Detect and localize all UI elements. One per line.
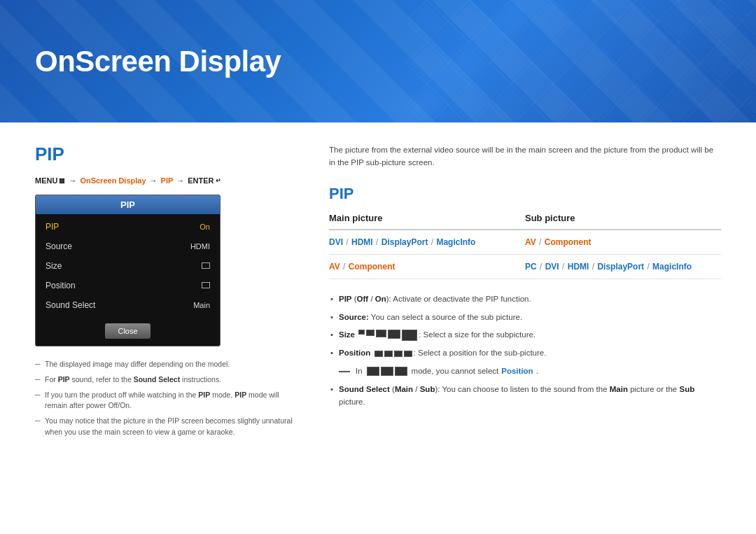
size-item-label: Size [46, 261, 62, 271]
arrow-1: → [69, 176, 76, 185]
menu-label: MENU [35, 176, 57, 185]
enter-icon: ↵ [216, 177, 221, 184]
position-note: In mode, you cannot select Position. [329, 365, 721, 378]
pos-icon-4 [404, 351, 412, 357]
bullet-list: PIP (Off / On): Activate or deactivate t… [329, 293, 721, 360]
pip-label-path: PIP [161, 176, 174, 185]
pip-menu-item-position[interactable]: Position [36, 276, 220, 295]
col-sub-header: Sub picture [525, 213, 721, 230]
pos-icon-2 [384, 351, 393, 357]
enter-label: ENTER [188, 176, 214, 185]
pos-icons [374, 351, 412, 357]
bullet-sound: Sound Select (Main / Sub): You can choos… [329, 384, 721, 409]
arrow-2: → [150, 176, 158, 185]
bullet-source: Source: You can select a source of the s… [329, 311, 721, 324]
mode-icon-3 [395, 367, 407, 376]
mode-icon-2 [381, 367, 393, 376]
menu-icon: ▦ [59, 177, 65, 184]
sub-dvi: DVI [545, 262, 559, 272]
sub-row-1: AV / Component [525, 230, 721, 255]
size-icon-2 [366, 330, 374, 336]
sub-hdmi: HDMI [568, 262, 589, 272]
main-displayport: DisplayPort [382, 237, 428, 247]
sub-pc: PC [525, 262, 537, 272]
note-1: The displayed image may differ depending… [35, 359, 301, 370]
source-item-label: Source [46, 241, 72, 251]
pip-menu-items: PIP On Source HDMI Size Position [36, 214, 220, 318]
pos-icon [202, 282, 210, 288]
mode-icons [367, 367, 407, 376]
main-row-1: DVI / HDMI / DisplayPort / MagicInfo [329, 230, 525, 255]
source-item-value: HDMI [190, 242, 210, 251]
table-row-1: DVI / HDMI / DisplayPort / MagicInfo AV … [329, 230, 721, 255]
pos-icon-3 [394, 351, 402, 357]
position-text: Position [501, 365, 533, 378]
size-icon-5 [402, 330, 417, 341]
pip-menu-item-sound[interactable]: Sound Select Main [36, 295, 220, 315]
table-row-2: AV / Component PC / DVI / HDMI / Display… [329, 254, 721, 279]
pip-menu-item-size[interactable]: Size [36, 256, 220, 276]
header-banner: OnScreen Display [0, 0, 756, 122]
pip-heading-right: PIP [329, 185, 721, 203]
size-icon-1 [358, 330, 365, 335]
onscreen-label: OnScreen Display [80, 176, 146, 185]
position-item-label: Position [46, 281, 76, 290]
main-component: Component [349, 262, 396, 272]
main-av: AV [329, 262, 340, 272]
notes-section: The displayed image may differ depending… [35, 359, 301, 438]
sub-row-2: PC / DVI / HDMI / DisplayPort / MagicInf… [525, 254, 721, 279]
sound-item-value: Main [193, 301, 210, 309]
pip-menu-box: PIP PIP On Source HDMI Size Positi [35, 195, 220, 346]
size-icon-4 [388, 330, 400, 339]
sub-av: AV [525, 237, 536, 247]
note-4: You may notice that the picture in the P… [35, 416, 301, 438]
menu-path: MENU ▦ → OnScreen Display → PIP → ENTER … [35, 176, 301, 185]
pip-heading-left: PIP [35, 143, 301, 165]
pip-menu-item-source[interactable]: Source HDMI [36, 237, 220, 256]
col-main-header: Main picture [329, 213, 525, 230]
bullet-position: Position : Select a position for the sub… [329, 347, 721, 360]
intro-text: The picture from the external video sour… [329, 143, 721, 169]
note-3: If you turn the product off while watchi… [35, 390, 301, 412]
note-2: For PIP sound, refer to the Sound Select… [35, 374, 301, 386]
pip-menu-item-pip[interactable]: PIP On [36, 217, 220, 237]
diamond-pattern [406, 0, 756, 122]
size-icons [358, 330, 417, 341]
main-dvi: DVI [329, 237, 343, 247]
sub-magicinfo: MagicInfo [652, 262, 692, 272]
arrow-3: → [176, 176, 184, 185]
svg-rect-2 [406, 0, 756, 122]
dash-icon [339, 371, 350, 372]
bullet-pip: PIP (Off / On): Activate or deactivate t… [329, 293, 721, 306]
size-icon-3 [376, 330, 386, 337]
left-column: PIP MENU ▦ → OnScreen Display → PIP → EN… [35, 143, 301, 442]
right-column: The picture from the external video sour… [329, 143, 721, 442]
bullet-size: Size : Select a size for the subpicture. [329, 329, 721, 342]
main-row-2: AV / Component [329, 254, 525, 279]
page-title: OnScreen Display [35, 45, 281, 78]
main-content: PIP MENU ▦ → OnScreen Display → PIP → EN… [0, 122, 756, 463]
pip-table: Main picture Sub picture DVI / HDMI / Di… [329, 213, 721, 279]
mode-icon-1 [367, 367, 379, 376]
main-magicinfo: MagicInfo [436, 237, 475, 247]
size-item-value [202, 262, 210, 270]
sub-displayport: DisplayPort [597, 262, 644, 272]
size-icon [202, 262, 210, 269]
sound-item-label: Sound Select [46, 300, 95, 310]
pip-item-value: On [200, 223, 210, 231]
pip-item-label: PIP [46, 222, 59, 232]
close-button[interactable]: Close [105, 323, 150, 339]
pip-menu-title: PIP [36, 195, 220, 214]
pos-icon-1 [374, 351, 383, 357]
main-hdmi: HDMI [351, 237, 373, 247]
position-item-value [202, 281, 210, 290]
sound-bullet-list: Sound Select (Main / Sub): You can choos… [329, 384, 721, 409]
sub-component: Component [545, 237, 592, 247]
